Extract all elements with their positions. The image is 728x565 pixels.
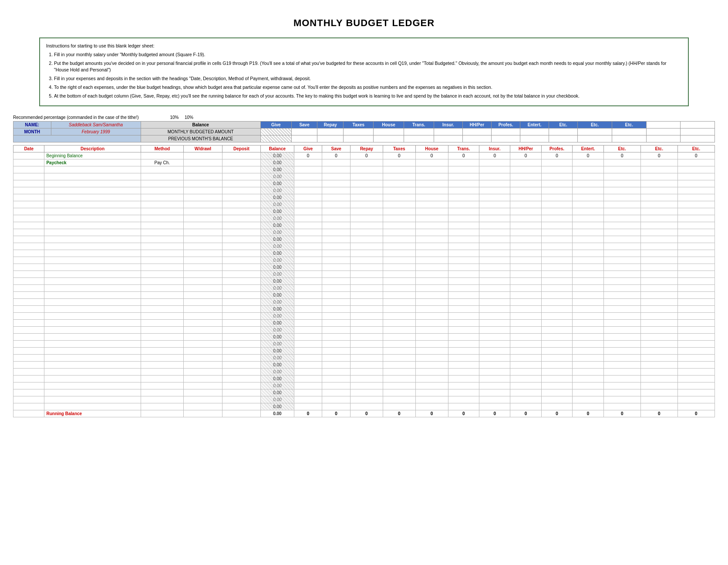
- empty-cell: [184, 292, 222, 299]
- empty-cell: [415, 222, 448, 229]
- empty-cell: [448, 229, 479, 236]
- empty-cell: [448, 278, 479, 285]
- empty-cell: [573, 327, 603, 334]
- empty-cell: [13, 250, 44, 257]
- instruction-5: At the bottom of each budget column (Giv…: [54, 93, 682, 100]
- empty-cell: [44, 362, 141, 369]
- empty-cell: [294, 236, 322, 243]
- empty-cell: [13, 208, 44, 215]
- empty-cell: [677, 313, 715, 320]
- empty-cell: [222, 362, 260, 369]
- trans-header: Trans.: [404, 122, 434, 129]
- empty-cell: 0.00: [261, 264, 294, 271]
- bb-entert: 0: [573, 152, 603, 159]
- empty-cell: [294, 229, 322, 236]
- empty-cell: [510, 264, 541, 271]
- ledger-header-row: Date Description Method W/drawl Deposit …: [13, 145, 715, 152]
- empty-cell: [383, 194, 415, 201]
- empty-cell: [383, 173, 415, 180]
- empty-cell: [448, 313, 479, 320]
- empty-cell: [541, 369, 572, 376]
- empty-cell: [141, 292, 184, 299]
- empty-cell: 0.00: [261, 285, 294, 292]
- empty-cell: [640, 362, 677, 369]
- empty-cell: [383, 341, 415, 348]
- empty-cell: [510, 208, 541, 215]
- empty-cell: [677, 173, 715, 180]
- empty-cell: [383, 355, 415, 362]
- empty-cell: [13, 403, 44, 410]
- empty-cell: [184, 382, 222, 389]
- running-cell-5: 0.00: [261, 410, 294, 417]
- empty-cell: [603, 306, 640, 313]
- empty-cell: [510, 250, 541, 257]
- empty-cell: [383, 264, 415, 271]
- empty-row: 0.00: [13, 208, 715, 215]
- ledger-table: Date Description Method W/drawl Deposit …: [13, 145, 715, 417]
- empty-cell: [640, 271, 677, 278]
- empty-cell: [383, 299, 415, 306]
- empty-cell: [541, 257, 572, 264]
- empty-row: 0.00: [13, 320, 715, 327]
- empty-cell: [510, 327, 541, 334]
- empty-cell: [415, 403, 448, 410]
- empty-cell: [44, 341, 141, 348]
- empty-cell: 0.00: [261, 229, 294, 236]
- empty-cell: [510, 362, 541, 369]
- empty-row: 0.00: [13, 355, 715, 362]
- empty-cell: 0.00: [261, 222, 294, 229]
- empty-cell: 0.00: [261, 271, 294, 278]
- col-entert: Entert.: [573, 145, 603, 152]
- empty-cell: [184, 320, 222, 327]
- empty-cell: [603, 348, 640, 355]
- col-insur: Insur.: [479, 145, 510, 152]
- empty-cell: [510, 389, 541, 396]
- empty-cell: [13, 222, 44, 229]
- empty-cell: [222, 403, 260, 410]
- running-cell-17: 0: [640, 410, 677, 417]
- empty-cell: [141, 376, 184, 382]
- empty-cell: [448, 166, 479, 173]
- instructions-box: Instructions for starting to use this bl…: [39, 37, 689, 106]
- empty-cell: [350, 341, 383, 348]
- empty-cell: [510, 271, 541, 278]
- col-etc1: Etc.: [603, 145, 640, 152]
- empty-cell: [479, 187, 510, 194]
- empty-cell: [603, 229, 640, 236]
- empty-cell: [541, 229, 572, 236]
- empty-cell: [350, 313, 383, 320]
- empty-cell: [44, 278, 141, 285]
- empty-cell: [350, 173, 383, 180]
- empty-cell: [184, 166, 222, 173]
- empty-cell: [350, 278, 383, 285]
- pc-profes: [541, 159, 572, 166]
- empty-cell: [448, 403, 479, 410]
- empty-cell: [677, 362, 715, 369]
- empty-cell: 0.00: [261, 215, 294, 222]
- empty-cell: [141, 166, 184, 173]
- empty-cell: 0.00: [261, 396, 294, 403]
- empty-cell: [677, 215, 715, 222]
- taxes-header: Taxes: [344, 122, 374, 129]
- empty-cell: [603, 201, 640, 208]
- empty-cell: [141, 173, 184, 180]
- empty-cell: [383, 362, 415, 369]
- empty-cell: [322, 327, 351, 334]
- empty-cell: [383, 320, 415, 327]
- empty-cell: [44, 236, 141, 243]
- empty-row: 0.00: [13, 236, 715, 243]
- empty-cell: [541, 285, 572, 292]
- empty-cell: [44, 243, 141, 250]
- empty-cell: [510, 341, 541, 348]
- empty-cell: [415, 208, 448, 215]
- empty-cell: [222, 396, 260, 403]
- empty-cell: [677, 229, 715, 236]
- empty-cell: [479, 299, 510, 306]
- empty-cell: [350, 292, 383, 299]
- empty-cell: [448, 348, 479, 355]
- empty-cell: [322, 355, 351, 362]
- empty-cell: [222, 327, 260, 334]
- empty-cell: [322, 376, 351, 382]
- empty-cell: [541, 396, 572, 403]
- empty-cell: [44, 355, 141, 362]
